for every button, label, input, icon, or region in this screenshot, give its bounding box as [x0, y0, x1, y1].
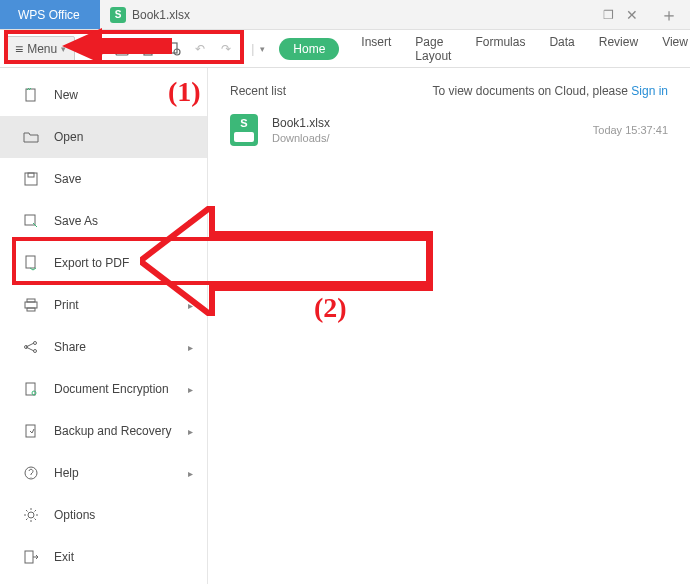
svg-rect-5: [169, 43, 177, 53]
file-menu-sidebar: New Open Save Save As ▸ Export to PDF Pr…: [0, 68, 208, 584]
menu-exit[interactable]: Exit: [0, 536, 207, 578]
menu-options[interactable]: Options: [0, 494, 207, 536]
backup-icon: [22, 422, 40, 440]
svg-rect-1: [119, 43, 125, 47]
menu-label: Options: [54, 508, 193, 522]
recent-file-path: Downloads/: [272, 132, 330, 144]
tab-home[interactable]: Home: [279, 38, 339, 60]
recent-file-name: Book1.xlsx: [272, 116, 330, 130]
svg-rect-14: [27, 308, 35, 311]
menu-label: Backup and Recovery: [54, 424, 174, 438]
share-icon: [22, 338, 40, 356]
gear-icon: [22, 506, 40, 524]
svg-rect-9: [28, 173, 34, 177]
recent-list-heading: Recent list: [230, 84, 286, 98]
menu-new[interactable]: New: [0, 74, 207, 116]
cloud-prompt: To view documents on Cloud, please Sign …: [433, 84, 668, 98]
svg-rect-4: [144, 52, 152, 55]
menu-label: New: [54, 88, 193, 102]
recent-document-item[interactable]: Book1.xlsx Downloads/ Today 15:37:41: [230, 114, 668, 146]
svg-rect-7: [26, 89, 35, 101]
menu-label: Print: [54, 298, 174, 312]
cloud-prompt-text: To view documents on Cloud, please: [433, 84, 632, 98]
save-icon[interactable]: [113, 40, 131, 58]
menu-encryption[interactable]: Document Encryption ▸: [0, 368, 207, 410]
pdf-icon: [22, 254, 40, 272]
home-folder-icon[interactable]: [87, 40, 105, 58]
chevron-right-icon: ▸: [188, 342, 193, 353]
svg-point-16: [34, 342, 37, 345]
redo-icon[interactable]: ↷: [217, 40, 235, 58]
menu-label: Export to PDF: [54, 256, 193, 270]
tab-insert[interactable]: Insert: [361, 35, 391, 63]
menu-label: Document Encryption: [54, 382, 174, 396]
svg-rect-18: [26, 383, 35, 395]
sign-in-link[interactable]: Sign in: [631, 84, 668, 98]
chevron-down-icon: ▾: [61, 44, 66, 54]
close-tab-icon[interactable]: ✕: [626, 7, 638, 23]
new-icon: [22, 86, 40, 104]
tab-formulas[interactable]: Formulas: [475, 35, 525, 63]
spreadsheet-icon: S: [110, 7, 126, 23]
svg-rect-0: [116, 43, 128, 55]
svg-point-22: [28, 512, 34, 518]
svg-rect-8: [25, 173, 37, 185]
menu-label: Share: [54, 340, 174, 354]
tab-data[interactable]: Data: [549, 35, 574, 63]
chevron-right-icon: ▸: [188, 468, 193, 479]
menu-button[interactable]: Menu ▾: [6, 36, 75, 62]
menu-button-label: Menu: [27, 42, 57, 56]
print-icon[interactable]: [139, 40, 157, 58]
lock-icon: [22, 380, 40, 398]
svg-rect-3: [142, 47, 154, 52]
print-preview-icon[interactable]: [165, 40, 183, 58]
chevron-right-icon: ▸: [188, 300, 193, 311]
chevron-right-icon: ▸: [188, 384, 193, 395]
save-icon: [22, 170, 40, 188]
menu-label: Exit: [54, 550, 193, 564]
recent-file-time: Today 15:37:41: [593, 124, 668, 136]
new-tab-button[interactable]: ＋: [648, 0, 690, 29]
menu-print[interactable]: Print ▸: [0, 284, 207, 326]
tab-label: Book1.xlsx: [132, 8, 190, 22]
print-icon: [22, 296, 40, 314]
svg-point-17: [34, 350, 37, 353]
chevron-right-icon: ▸: [188, 426, 193, 437]
help-icon: [22, 464, 40, 482]
menu-label: Help: [54, 466, 174, 480]
menu-help[interactable]: Help ▸: [0, 452, 207, 494]
save-as-icon: [22, 212, 40, 230]
app-title: WPS Office: [0, 0, 100, 29]
tab-page-layout[interactable]: Page Layout: [415, 35, 451, 63]
menu-share[interactable]: Share ▸: [0, 326, 207, 368]
document-tab[interactable]: S Book1.xlsx: [100, 0, 200, 29]
tab-review[interactable]: Review: [599, 35, 638, 63]
undo-icon[interactable]: ↶: [191, 40, 209, 58]
menu-label: Open: [54, 130, 193, 144]
exit-icon: [22, 548, 40, 566]
menu-save[interactable]: Save: [0, 158, 207, 200]
menu-open[interactable]: Open: [0, 116, 207, 158]
toolbar-dropdown-icon[interactable]: ▾: [260, 44, 265, 54]
menu-backup[interactable]: Backup and Recovery ▸: [0, 410, 207, 452]
tab-view[interactable]: View: [662, 35, 688, 63]
menu-export-pdf[interactable]: Export to PDF: [0, 242, 207, 284]
menu-label: Save: [54, 172, 193, 186]
chevron-right-icon: ▸: [188, 216, 193, 227]
menu-label: Save As: [54, 214, 174, 228]
spreadsheet-file-icon: [230, 114, 258, 146]
menu-save-as[interactable]: Save As ▸: [0, 200, 207, 242]
svg-rect-23: [25, 551, 33, 563]
restore-icon[interactable]: ❐: [603, 8, 614, 22]
hamburger-icon: [15, 41, 23, 57]
svg-rect-13: [25, 302, 37, 308]
open-icon: [22, 128, 40, 146]
svg-rect-11: [26, 256, 35, 268]
